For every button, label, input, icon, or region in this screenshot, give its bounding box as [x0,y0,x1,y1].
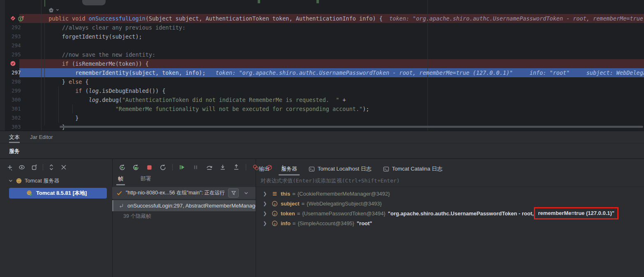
watch-placeholder: 对表达式求值(Enter)或添加监视(Ctrl+Shift+Enter) [261,177,400,185]
thread-label: "http-nio-8080-ex...56 在组"main": 正在运行 [126,189,225,196]
tab-deploy[interactable]: 部署 [141,175,151,185]
toolbar-divider [246,164,246,171]
step-over-button[interactable] [205,163,213,171]
tomcat-running-icon [26,190,33,196]
chevron-down-icon[interactable] [8,178,13,183]
code-line[interactable]: 293 forgetIdentity(subject); [0,32,644,41]
gutter[interactable]: 292 [0,23,41,32]
chevron-right-icon[interactable]: ❯ [263,201,268,206]
code-line[interactable]: 298 } else { [0,77,644,86]
restart-server-button[interactable] [159,163,167,171]
gutter[interactable]: 301 [0,104,41,113]
line-number: 295 [12,50,21,59]
view-breakpoints-button[interactable] [252,163,260,171]
tab-output[interactable]: 输出 [259,165,270,173]
code-line[interactable]: if (isRememberMe(token)) { [0,59,644,68]
code-line[interactable]: 301 "RememberMe functionality will not b… [0,104,644,113]
code-text: //always clear any previous identity: [41,23,185,32]
stack-frame-row[interactable]: onSuccessfulLogin:297, AbstractRememberM… [112,200,256,211]
code-text: public void onSuccessfulLogin(Subject su… [41,14,644,23]
gutter[interactable]: 294 [0,41,41,50]
filter-frames-button[interactable] [228,188,239,198]
variable-row-subject[interactable]: ❯ p subject= {WebDelegatingSubject@3493} [256,199,382,208]
related-symbols-icon[interactable] [48,7,54,13]
code-line[interactable]: 294 [0,41,644,50]
tree-item-tomcat-server[interactable]: Tomcat 8.5.81 [本地] [9,188,107,199]
gutter[interactable]: 300 [0,95,41,104]
chevron-right-icon[interactable]: ❯ [263,221,268,226]
expand-all-button[interactable] [47,163,55,171]
frame-label: onSuccessfulLogin:297, AbstractRememberM… [127,203,256,209]
gutter[interactable]: 293 [0,32,41,41]
code-line[interactable]: 295 //now save the new identity: [0,50,644,59]
tab-tomcat-localhost-log[interactable]: Tomcat Localhost 日志 [309,165,372,173]
gutter-inlay[interactable] [48,7,60,13]
line-number: 292 [12,23,21,32]
code-line[interactable]: 297 rememberIdentity(subject, token, inf… [0,68,644,77]
code-line[interactable]: 300 log.debug("AuthenticationToken did n… [0,95,644,104]
code-fragment [258,0,260,3]
chevron-down-icon[interactable] [244,191,249,196]
gutter[interactable]: 297 [0,68,41,77]
gutter[interactable]: 295 [0,50,41,59]
tab-text[interactable]: 文本 [9,131,20,143]
tab-server[interactable]: 服务器 [281,165,297,173]
services-toolbar [6,162,68,172]
collapsed-inlay-pill[interactable] [82,0,106,5]
services-panel: Tomcat 服务器 Tomcat 8.5.81 [本地] 输出 服 [0,159,644,277]
code-line[interactable]: public void onSuccessfulLogin(Subject su… [0,14,644,23]
add-service-button[interactable] [6,163,14,171]
rerun-button[interactable] [118,163,126,171]
gutter[interactable]: 303 [0,122,41,131]
step-out-button[interactable] [232,163,240,171]
code-text: log.debug("AuthenticationToken did not i… [41,95,346,104]
breakpoint-icon[interactable] [10,60,16,67]
stop-button[interactable] [145,163,153,171]
hidden-frames-label[interactable]: 39 个隐藏帧 [123,213,151,220]
method-breakpoint-icon[interactable] [10,15,16,21]
variable-row-info[interactable]: ❯ p info= {SimpleAccount@3495} "root" [256,218,372,228]
gutter[interactable]: 302 [0,113,41,122]
overrides-method-icon[interactable] [18,15,25,22]
gutter[interactable]: 298 [0,77,41,86]
panel-divider[interactable] [112,159,113,277]
chevron-down-icon[interactable] [55,8,60,12]
variable-row-this[interactable]: ❯ this= {CookieRememberMeManager@3492} [256,189,390,199]
indent-guide-fragment [44,0,45,7]
horizontal-scrollbar[interactable] [60,126,643,128]
tab-jar-editor[interactable]: Jar Editor [30,131,53,143]
code-line[interactable]: 292 //always clear any previous identity… [0,23,644,32]
resume-button[interactable] [178,163,186,171]
variable-value: "org.apache.shiro.authc.UsernamePassword… [388,210,534,217]
pause-button[interactable] [192,163,200,171]
parameter-icon: p [271,220,278,226]
toolbar-divider [172,164,173,171]
code-text: if (log.isDebugEnabled()) { [41,86,166,95]
thread-selector[interactable]: "http-nio-8080-ex...56 在组"main": 正在运行 [112,187,256,199]
parameter-icon: p [271,200,278,207]
open-in-new-tab-button[interactable] [30,163,39,171]
code-text: rememberIdentity(subject, token, info); … [41,68,644,77]
code-editor[interactable]: public void onSuccessfulLogin(Subject su… [0,0,644,131]
tab-tomcat-catalina-log[interactable]: Tomcat Catalina 日志 [383,165,443,173]
gutter[interactable]: 299 [0,86,41,95]
variable-name: this [281,191,290,197]
variable-row-token[interactable]: ❯ p token= {UsernamePasswordToken@3494} … [256,208,619,218]
view-options-button[interactable] [18,163,26,171]
editor-view-tabs: 文本 Jar Editor [0,131,644,143]
step-into-button[interactable] [219,163,227,171]
chevron-right-icon[interactable]: ❯ [263,211,268,216]
gutter[interactable] [0,14,41,23]
rerun-debug-button[interactable] [132,163,140,171]
chevron-right-icon[interactable]: ❯ [263,191,268,196]
line-number: 300 [12,95,21,104]
tab-frames[interactable]: 帧 [118,175,123,185]
code-line[interactable]: 299 if (log.isDebugEnabled()) { [0,86,644,95]
gutter[interactable] [0,59,41,68]
frame-row-edge [112,200,113,211]
evaluate-expression-input[interactable]: 对表达式求值(Enter)或添加监视(Ctrl+Shift+Enter) [256,175,644,187]
code-line[interactable]: 302 } [0,113,644,122]
collapse-all-button[interactable] [60,163,68,171]
tree-item-tomcat-group[interactable]: Tomcat 服务器 [8,177,60,185]
terminal-icon [309,166,315,172]
